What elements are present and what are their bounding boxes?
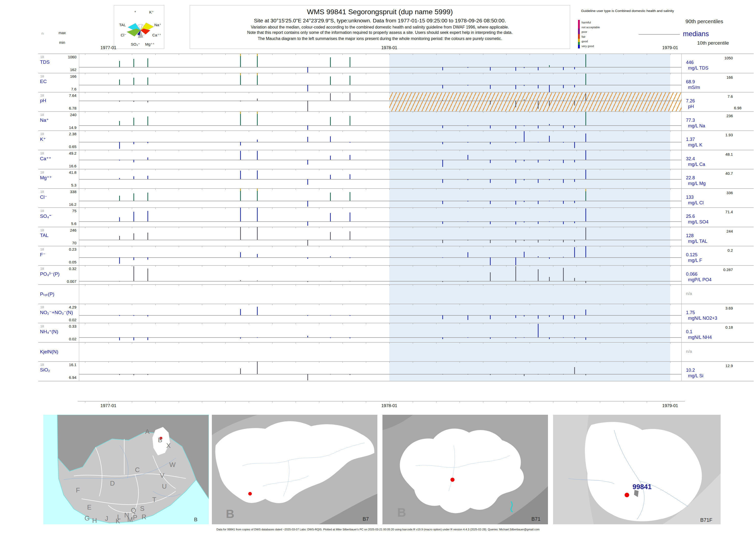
sample-bar bbox=[330, 315, 331, 316]
region-letter-M: M bbox=[127, 516, 133, 523]
month-tick bbox=[179, 246, 179, 247]
row-parameter-label: K⁺ bbox=[40, 136, 46, 142]
row-median-line bbox=[79, 179, 681, 180]
sample-bar bbox=[515, 67, 516, 71]
month-tick bbox=[623, 285, 624, 286]
sample-bar bbox=[574, 85, 575, 87]
sample-bar bbox=[574, 201, 575, 203]
sample-bar bbox=[350, 116, 350, 125]
sample-bar bbox=[148, 77, 148, 85]
row-min-value: 70 bbox=[38, 241, 76, 245]
month-tick bbox=[600, 342, 600, 344]
month-tick bbox=[296, 150, 296, 151]
map-corner-label: B71 bbox=[531, 516, 541, 522]
month-tick bbox=[670, 131, 670, 132]
sample-bar bbox=[585, 133, 586, 142]
sample-bar bbox=[538, 269, 539, 281]
row-min-value: 14.9 bbox=[38, 125, 76, 130]
sample-bar bbox=[585, 228, 586, 240]
sample-bar bbox=[524, 315, 525, 316]
month-tick bbox=[647, 188, 647, 190]
month-tick bbox=[483, 246, 483, 247]
month-tick bbox=[389, 169, 390, 170]
sample-bar bbox=[257, 99, 258, 100]
sample-bar bbox=[133, 193, 134, 201]
sample-bar bbox=[574, 125, 575, 127]
month-tick bbox=[460, 304, 460, 305]
month-tick bbox=[319, 285, 319, 286]
row-unit-label: mg/L Mg bbox=[688, 181, 706, 186]
month-tick bbox=[366, 304, 366, 305]
month-tick bbox=[319, 92, 319, 94]
month-tick bbox=[108, 92, 109, 94]
row-p90-value: 166 bbox=[686, 75, 733, 79]
sample-bar bbox=[490, 160, 491, 163]
row-unit-label: mg/L K bbox=[688, 142, 702, 148]
month-tick bbox=[460, 323, 460, 324]
month-tick bbox=[577, 131, 577, 132]
sample-bar bbox=[133, 118, 134, 125]
month-tick bbox=[460, 227, 460, 228]
month-tick bbox=[225, 227, 226, 228]
row-max-value: 2.38 bbox=[38, 132, 76, 136]
month-tick bbox=[600, 266, 600, 267]
sample-bar bbox=[538, 85, 539, 89]
sample-bar bbox=[330, 156, 331, 160]
month-tick bbox=[366, 188, 366, 190]
sample-bar bbox=[549, 201, 550, 202]
row-separator bbox=[38, 361, 754, 362]
month-tick bbox=[506, 227, 506, 228]
row-median-line bbox=[79, 281, 681, 282]
sample-bar bbox=[330, 93, 331, 100]
sample-bar bbox=[538, 142, 539, 142]
month-tick bbox=[670, 323, 670, 324]
sample-bar bbox=[133, 160, 134, 162]
sample-bar bbox=[307, 137, 308, 142]
sample-bar bbox=[563, 268, 564, 281]
sample-bar bbox=[442, 281, 443, 282]
region-letter-K: K bbox=[116, 517, 120, 524]
month-tick bbox=[155, 342, 156, 344]
sample-bar bbox=[442, 201, 443, 204]
sample-bar bbox=[468, 281, 468, 282]
month-tick bbox=[623, 188, 624, 190]
month-tick bbox=[202, 361, 202, 363]
sample-bar bbox=[574, 142, 575, 148]
month-tick bbox=[108, 342, 109, 344]
month-tick bbox=[600, 112, 600, 113]
row-unit-label: mg/L SO4 bbox=[688, 219, 708, 225]
month-tick bbox=[483, 54, 483, 55]
month-tick bbox=[225, 169, 226, 170]
station-marker-dot bbox=[450, 478, 454, 482]
month-tick bbox=[155, 285, 156, 286]
sample-bar bbox=[330, 76, 331, 85]
sample-bar bbox=[119, 315, 120, 316]
month-tick bbox=[600, 131, 600, 132]
sample-bar bbox=[574, 367, 575, 374]
month-tick bbox=[600, 188, 600, 190]
region-letter-A: A bbox=[145, 428, 150, 436]
sample-bar bbox=[119, 236, 120, 240]
row-parameter-label: Na⁺ bbox=[40, 117, 49, 123]
month-tick bbox=[670, 246, 670, 247]
row-p90-value: 1050 bbox=[686, 56, 733, 60]
sample-bar bbox=[524, 337, 525, 338]
month-tick bbox=[647, 361, 647, 363]
month-tick bbox=[342, 73, 343, 74]
sample-bar bbox=[148, 257, 148, 260]
month-tick bbox=[319, 227, 319, 228]
month-tick bbox=[202, 323, 202, 324]
row-min-value: 0.05 bbox=[38, 260, 76, 264]
row-max-value: 0.23 bbox=[38, 247, 76, 251]
sample-bar bbox=[240, 252, 241, 257]
sample-bar bbox=[148, 100, 148, 102]
month-tick bbox=[600, 323, 600, 324]
month-tick bbox=[600, 73, 600, 74]
month-tick bbox=[319, 342, 319, 344]
row-max-value: 7.64 bbox=[38, 93, 76, 98]
sample-bar bbox=[330, 175, 331, 179]
month-tick bbox=[623, 73, 624, 74]
month-tick bbox=[319, 54, 319, 55]
row-unit-label: mgP/L PO4 bbox=[688, 277, 712, 283]
sample-bar bbox=[119, 178, 120, 179]
